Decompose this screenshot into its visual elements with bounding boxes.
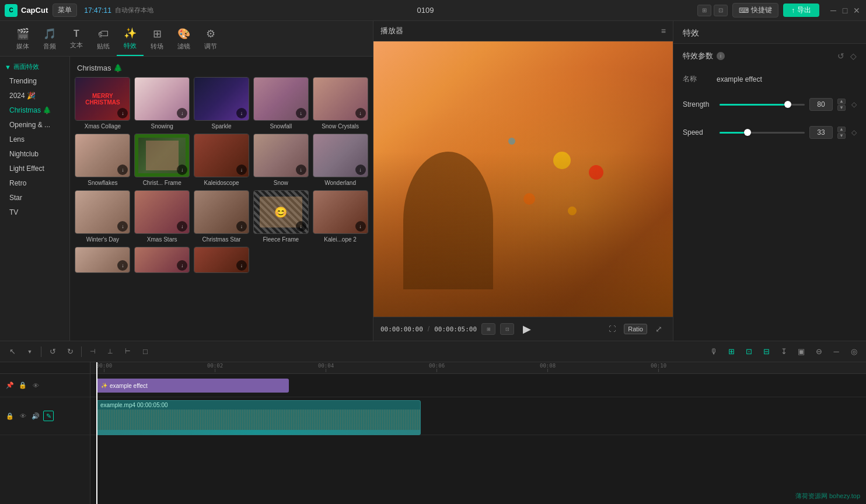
settings-btn[interactable]: ◎ <box>846 344 861 359</box>
expand-btn[interactable]: ⤢ <box>652 322 666 336</box>
select-dropdown[interactable]: ▼ <box>22 344 37 359</box>
eye-icon-video[interactable]: 👁 <box>18 411 28 421</box>
effect-extra-2[interactable]: ↓ <box>134 247 190 273</box>
pin-icon[interactable]: 📌 <box>5 380 15 391</box>
timeline-cursor[interactable] <box>96 362 97 504</box>
delete-btn[interactable]: □ <box>138 344 153 359</box>
strength-thumb[interactable] <box>784 101 791 108</box>
time-separator: / <box>428 325 429 333</box>
strength-value[interactable]: 80 <box>809 98 833 111</box>
video-track-block[interactable]: example.mp4 00:00:05:00 <box>96 400 421 435</box>
sidebar-section-画面特效[interactable]: ▼ 画面特效 <box>0 60 69 74</box>
sidebar-item-2024[interactable]: 2024 🎉 <box>2 89 67 103</box>
download-icon: ↓ <box>355 108 366 118</box>
time-grid-btn-2[interactable]: ⊡ <box>500 323 514 335</box>
params-info-icon: i <box>717 52 725 60</box>
effect-extra-3[interactable]: ↓ <box>194 247 250 273</box>
effect-xmas-collage[interactable]: MERRYCHRISTMAS ↓ Xmas Collage <box>75 77 131 130</box>
effect-snow[interactable]: ↓ Snow <box>253 134 309 187</box>
track-btn[interactable]: ⊡ <box>741 344 756 359</box>
sidebar-item-tv[interactable]: TV <box>2 205 67 219</box>
link-btn[interactable]: ⊟ <box>759 344 774 359</box>
speed-down[interactable]: ▼ <box>837 133 846 139</box>
effect-snowflakes[interactable]: ↓ Snowflakes <box>75 134 131 187</box>
effect-christmas-star[interactable]: ↓ Christmas Star <box>194 190 250 243</box>
sidebar-item-lens[interactable]: Lens <box>2 132 67 146</box>
tab-media[interactable]: 🎬 媒体 <box>9 25 36 55</box>
close-button[interactable]: ✕ <box>852 6 861 15</box>
effect-track-block[interactable]: ✨ example effect <box>96 379 289 393</box>
effect-snowfall[interactable]: ↓ Snowfall <box>253 77 309 130</box>
content-area: ▼ 画面特效 Trending 2024 🎉 Christmas 🌲 Openi… <box>0 57 373 341</box>
strength-slider[interactable] <box>720 104 805 106</box>
tab-adjust[interactable]: ⚙ 调节 <box>197 25 224 55</box>
effect-xmas-stars[interactable]: ↓ Xmas Stars <box>134 190 190 243</box>
sidebar-item-opening[interactable]: Opening & ... <box>2 118 67 132</box>
menu-button[interactable]: 菜单 <box>53 4 77 17</box>
undo-button[interactable]: ↺ <box>45 344 60 359</box>
reset-icon[interactable]: ↺ <box>837 51 844 61</box>
effect-winters-day[interactable]: ↓ Winter's Day <box>75 190 131 243</box>
time-grid-btn[interactable]: ⊞ <box>481 323 495 335</box>
effect-wonderland[interactable]: ↓ Wonderland <box>312 134 368 187</box>
speed-up[interactable]: ▲ <box>837 127 846 132</box>
preview-menu-icon[interactable]: ≡ <box>661 26 666 36</box>
zoom-out-btn[interactable]: ⊖ <box>811 344 826 359</box>
maximize-button[interactable]: □ <box>840 6 850 15</box>
tab-filter[interactable]: 🎨 滤镜 <box>170 25 197 55</box>
effect-snowing[interactable]: ↓ Snowing <box>134 77 190 130</box>
sidebar-item-christmas[interactable]: Christmas 🌲 <box>2 103 67 117</box>
strength-up[interactable]: ▲ <box>837 99 846 104</box>
sidebar-item-light[interactable]: Light Effect <box>2 162 67 176</box>
effect-kaleido-2[interactable]: ↓ Kalei...ope 2 <box>312 190 368 243</box>
edit-icon-video[interactable]: ✎ <box>43 411 54 421</box>
sidebar-item-retro[interactable]: Retro <box>2 176 67 190</box>
split-right[interactable]: ⊢ <box>120 344 135 359</box>
tab-sticker[interactable]: 🏷 贴纸 <box>90 26 117 55</box>
sidebar-item-star[interactable]: Star <box>2 191 67 205</box>
effect-extra-1[interactable]: ↓ <box>75 247 131 273</box>
volume-icon-video[interactable]: 🔊 <box>30 411 41 421</box>
tab-text[interactable]: T 文本 <box>63 26 90 54</box>
effect-christ-frame[interactable]: ↓ Christ... Frame <box>134 134 190 187</box>
eye-icon-effect[interactable]: 👁 <box>30 380 41 391</box>
zoom-slider[interactable]: ─ <box>829 344 844 359</box>
snap-btn[interactable]: ⊞ <box>724 344 739 359</box>
redo-button[interactable]: ↻ <box>62 344 78 359</box>
lock-icon-effect[interactable]: 🔒 <box>18 380 28 391</box>
strength-down[interactable]: ▼ <box>837 105 846 111</box>
sidebar-item-nightclub[interactable]: Nightclub <box>2 147 67 161</box>
shortcut-button[interactable]: ⌨ 快捷键 <box>732 3 778 18</box>
diamond-icon[interactable]: ◇ <box>850 51 857 61</box>
layout-btn-1[interactable]: ⊞ <box>697 5 711 16</box>
effect-kaleidoscope[interactable]: ↓ Kaleidoscope <box>194 134 250 187</box>
strength-diamond[interactable]: ◇ <box>851 100 857 108</box>
param-name-row: 名称 example effect <box>683 74 857 84</box>
effect-sparkle[interactable]: ↓ Sparkle <box>194 77 250 130</box>
effect-fleece-frame[interactable]: 😊 ↓ Fleece Frame <box>253 190 309 243</box>
minimize-button[interactable]: ─ <box>829 6 838 15</box>
speed-value[interactable]: 33 <box>809 126 833 139</box>
lock-icon-video[interactable]: 🔒 <box>5 411 15 421</box>
speed-thumb[interactable] <box>744 129 751 136</box>
play-button[interactable]: ▶ <box>519 321 535 337</box>
speed-fill <box>720 132 748 134</box>
speed-diamond[interactable]: ◇ <box>851 128 857 136</box>
ratio-button[interactable]: Ratio <box>624 324 647 334</box>
split-left[interactable]: ⊣ <box>85 344 100 359</box>
caption-btn[interactable]: ▣ <box>794 344 809 359</box>
select-tool[interactable]: ↖ <box>5 344 20 359</box>
mic-btn[interactable]: 🎙 <box>706 344 721 359</box>
layout-btn-2[interactable]: ⊡ <box>714 5 728 16</box>
tab-transition[interactable]: ⊞ 转场 <box>144 25 170 55</box>
tab-audio[interactable]: 🎵 音频 <box>36 25 63 55</box>
split-center[interactable]: ⊥ <box>103 344 118 359</box>
effect-snow-crystals[interactable]: ↓ Snow Crystals <box>312 77 368 130</box>
insert-btn[interactable]: ↧ <box>776 344 791 359</box>
effect-thumb-snow: ↓ <box>253 134 309 177</box>
fullscreen-preview-btn[interactable]: ⛶ <box>605 322 619 336</box>
tab-effects[interactable]: ✨ 特效 <box>117 24 144 56</box>
sidebar-item-trending[interactable]: Trending <box>2 74 67 88</box>
export-button[interactable]: ↑ 导出 <box>783 4 819 17</box>
speed-slider[interactable] <box>720 132 805 134</box>
